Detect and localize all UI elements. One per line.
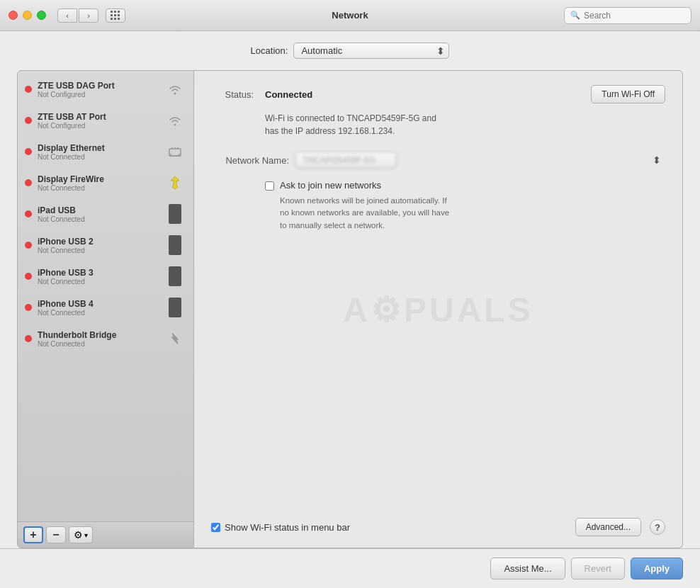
status-dot-ethernet <box>25 148 32 155</box>
sidebar-item-text-thunderbolt: Thunderbolt Bridge Not Connected <box>38 330 158 348</box>
svg-point-1 <box>174 124 176 126</box>
sidebar-item-iphone3[interactable]: iPhone USB 3 Not Connected <box>18 261 193 292</box>
body-area: ZTE USB DAG Port Not Configured <box>17 70 683 548</box>
show-wifi-checkbox[interactable] <box>211 523 220 532</box>
revert-button[interactable]: Revert <box>571 558 625 579</box>
sidebar-item-thunderbolt[interactable]: Thunderbolt Bridge Not Connected <box>18 323 193 354</box>
gear-icon: ⚙ <box>74 529 83 541</box>
sidebar-item-icon-iphone2 <box>164 234 186 256</box>
sidebar-item-text-iphone3: iPhone USB 3 Not Connected <box>38 268 158 285</box>
network-name-label: Network Name: <box>211 155 289 166</box>
add-button-container: + Select the '+' button <box>23 526 43 543</box>
sidebar-item-text-iphone4: iPhone USB 4 Not Connected <box>38 299 158 317</box>
help-button[interactable]: ? <box>650 519 665 535</box>
usb-device-icon-3 <box>169 266 181 286</box>
sidebar-item-icon-iphone4 <box>164 296 186 319</box>
close-button[interactable] <box>9 11 18 20</box>
sidebar-item-zte2[interactable]: ZTE USB AT Port Not Configured <box>18 105 193 136</box>
show-wifi-row: Show Wi-Fi status in menu bar <box>211 522 567 533</box>
nav-buttons: ‹ › <box>57 9 98 23</box>
sidebar-item-icon-iphone3 <box>164 265 186 288</box>
usb-device-icon <box>169 204 181 224</box>
watermark: A⚙PUALS <box>343 290 533 329</box>
window-title: Network <box>332 10 368 21</box>
minimize-button[interactable] <box>23 11 32 20</box>
sidebar-item-zte1[interactable]: ZTE USB DAG Port Not Configured <box>18 74 193 105</box>
search-bar[interactable]: 🔍 <box>564 7 691 24</box>
grid-icon <box>111 11 120 21</box>
firewire-icon <box>166 174 184 191</box>
traffic-lights <box>9 11 46 20</box>
sidebar-item-iphone2[interactable]: iPhone USB 2 Not Connected <box>18 230 193 261</box>
footer: Assist Me... Revert Apply <box>0 548 700 588</box>
show-wifi-label[interactable]: Show Wi-Fi status in menu bar <box>225 522 350 533</box>
ethernet-icon <box>166 145 184 159</box>
minus-icon: − <box>52 528 59 541</box>
network-name-select[interactable]: TNCAPD5459F-5G <box>295 152 397 169</box>
sidebar-item-text-firewire: Display FireWire Not Connected <box>38 174 158 192</box>
sidebar-item-text-iphone2: iPhone USB 2 Not Connected <box>38 237 158 254</box>
status-row: Status: Connected Turn Wi-Fi Off <box>211 85 665 103</box>
status-value: Connected <box>265 89 312 100</box>
forward-button[interactable]: › <box>79 9 98 23</box>
sidebar-item-icon-zte1 <box>164 78 186 101</box>
assist-me-button[interactable]: Assist Me... <box>490 558 565 579</box>
wifi-icon <box>166 82 184 96</box>
ask-join-checkbox[interactable] <box>265 181 274 191</box>
remove-network-button[interactable]: − <box>46 526 66 543</box>
search-icon: 🔍 <box>570 11 580 20</box>
main-content: Location: Automatic ⬍ ZTE USB DAG Port N… <box>0 31 700 548</box>
ask-join-description: Known networks will be joined automatica… <box>280 195 665 232</box>
network-name-select-wrapper[interactable]: TNCAPD5459F-5G ⬍ <box>295 152 665 169</box>
network-name-row: Network Name: TNCAPD5459F-5G ⬍ <box>211 152 665 169</box>
advanced-button[interactable]: Advanced... <box>575 518 641 536</box>
grid-view-button[interactable] <box>106 9 125 23</box>
sidebar-item-firewire[interactable]: Display FireWire Not Connected <box>18 167 193 198</box>
status-dot-ipad <box>25 210 32 217</box>
sidebar-toolbar: + Select the '+' button − ⚙ ▾ <box>18 521 193 548</box>
chevron-down-icon: ▾ <box>84 531 88 539</box>
back-button[interactable]: ‹ <box>57 9 77 23</box>
titlebar: ‹ › Network 🔍 <box>0 0 700 31</box>
bottom-section: Show Wi-Fi status in menu bar Advanced..… <box>211 512 665 536</box>
location-select-wrapper[interactable]: Automatic ⬍ <box>293 43 449 59</box>
sidebar-item-ipad-usb[interactable]: iPad USB Not Connected <box>18 198 193 230</box>
status-description: Wi-Fi is connected to TNCAPD5459F-5G and… <box>265 112 665 137</box>
search-input[interactable] <box>584 11 685 21</box>
svg-point-0 <box>174 93 176 95</box>
status-dot-iphone2 <box>25 242 32 249</box>
add-network-button[interactable]: + <box>23 526 43 543</box>
gear-menu-button[interactable]: ⚙ ▾ <box>69 526 93 543</box>
maximize-button[interactable] <box>37 11 46 20</box>
sidebar-item-icon-zte2 <box>164 109 186 132</box>
location-label: Location: <box>251 45 288 56</box>
sidebar-item-text-zte2: ZTE USB AT Port Not Configured <box>38 112 158 130</box>
network-select-arrow-icon: ⬍ <box>653 154 661 166</box>
plus-icon: + <box>30 528 36 541</box>
sidebar: ZTE USB DAG Port Not Configured <box>17 70 194 548</box>
wifi-icon-2 <box>166 113 184 128</box>
status-dot-thunderbolt <box>25 335 32 342</box>
sidebar-item-iphone4[interactable]: iPhone USB 4 Not Connected <box>18 292 193 323</box>
usb-device-icon-2 <box>169 235 181 255</box>
sidebar-item-display-ethernet[interactable]: Display Ethernet Not Connected <box>18 136 193 167</box>
sidebar-item-icon-ipad <box>164 203 186 225</box>
location-select[interactable]: Automatic <box>293 43 449 59</box>
apply-button[interactable]: Apply <box>631 558 683 579</box>
status-label: Status: <box>211 89 254 100</box>
usb-device-icon-4 <box>169 298 181 317</box>
ask-join-label[interactable]: Ask to join new networks <box>280 180 381 191</box>
sidebar-item-icon-thunderbolt <box>164 327 186 350</box>
sidebar-item-text-ipad: iPad USB Not Connected <box>38 205 158 223</box>
sidebar-item-icon-ethernet <box>164 140 186 163</box>
main-panel: A⚙PUALS Status: Connected Turn Wi-Fi Off… <box>194 70 683 548</box>
turn-wifi-button[interactable]: Turn Wi-Fi Off <box>591 85 665 103</box>
ask-join-row: Ask to join new networks <box>265 180 665 191</box>
status-dot-zte2 <box>25 117 32 124</box>
status-dot-iphone3 <box>25 273 32 280</box>
sidebar-item-icon-firewire <box>164 171 186 194</box>
location-row: Location: Automatic ⬍ <box>17 43 683 59</box>
thunderbolt-icon <box>166 330 184 347</box>
status-dot-firewire <box>25 179 32 186</box>
status-dot-zte1 <box>25 86 32 93</box>
